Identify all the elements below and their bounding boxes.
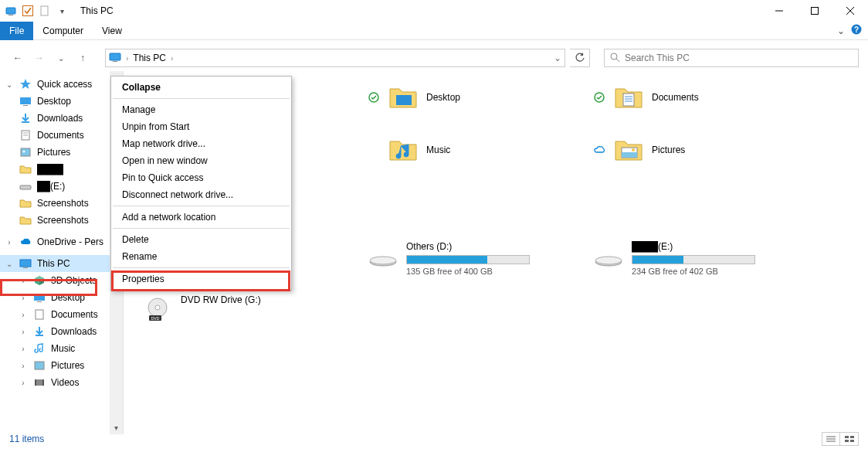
cm-disconnect-drive[interactable]: Disconnect network drive... [111, 186, 291, 203]
svg-rect-36 [623, 94, 634, 106]
address-bar[interactable]: › This PC › ⌄ [105, 49, 565, 67]
star-icon [19, 77, 32, 91]
search-icon [609, 52, 620, 65]
svg-rect-34 [396, 95, 412, 105]
folder-music[interactable]: Music [368, 133, 584, 167]
documents-icon [19, 128, 32, 142]
forward-button[interactable]: → [31, 49, 48, 66]
cm-properties[interactable]: Properties [111, 270, 291, 287]
blank-document-icon[interactable] [37, 3, 53, 19]
tab-view[interactable]: View [93, 22, 131, 40]
tree-3d-objects[interactable]: ›3D Objects [0, 272, 123, 289]
view-large-icons-button[interactable] [840, 432, 859, 446]
search-input[interactable]: Search This PC [604, 49, 859, 67]
tree-desktop[interactable]: Desktop [0, 93, 123, 110]
refresh-button[interactable] [570, 49, 590, 67]
tree-pictures-2[interactable]: ›Pictures [0, 357, 123, 374]
svg-rect-54 [845, 436, 849, 438]
svg-point-46 [595, 257, 622, 264]
drive-e[interactable]: ████(E:) 234 GB free of 402 GB [593, 241, 809, 276]
folder-documents[interactable]: Documents [593, 80, 809, 114]
recent-locations-dropdown[interactable]: ⌄ [53, 49, 70, 66]
tab-file[interactable]: File [0, 22, 33, 40]
svg-text:DVD: DVD [151, 316, 160, 321]
downloads-icon [19, 111, 32, 125]
search-placeholder: Search This PC [625, 53, 690, 63]
navigation-tree[interactable]: ⌄Quick access Desktop Downloads Document… [0, 71, 124, 434]
tree-videos[interactable]: ›Videos [0, 374, 123, 391]
svg-rect-24 [23, 267, 28, 268]
folder-icon [388, 134, 419, 165]
desktop-icon [19, 94, 32, 108]
svg-point-12 [611, 53, 617, 60]
cm-open-new-window[interactable]: Open in new window [111, 152, 291, 169]
cm-rename[interactable]: Rename [111, 248, 291, 265]
tree-this-pc[interactable]: ⌄This PC [0, 255, 123, 272]
up-button[interactable]: ↑ [74, 49, 91, 66]
svg-rect-32 [42, 379, 44, 386]
cm-unpin-start[interactable]: Unpin from Start [111, 118, 291, 135]
videos-icon [32, 376, 46, 389]
tree-redacted-folder[interactable]: ████ [0, 161, 123, 178]
tree-downloads[interactable]: Downloads [0, 110, 123, 127]
tree-screenshots-2[interactable]: Screenshots [0, 212, 123, 229]
folder-icon [19, 213, 32, 227]
address-segment[interactable]: This PC [133, 53, 166, 63]
cm-pin-quick-access[interactable]: Pin to Quick access [111, 169, 291, 186]
svg-rect-55 [850, 436, 854, 438]
drive-icon [19, 179, 32, 193]
tree-drive-e-shortcut[interactable]: ██(E:) [0, 178, 123, 195]
tree-screenshots-1[interactable]: Screenshots [0, 195, 123, 212]
back-button[interactable]: ← [9, 49, 26, 66]
svg-rect-27 [36, 310, 43, 319]
music-icon [32, 342, 46, 355]
checkbox-icon[interactable] [20, 3, 36, 19]
cube-icon [32, 274, 46, 287]
maximize-button[interactable] [797, 0, 832, 22]
svg-rect-56 [845, 440, 849, 442]
cm-add-network-location[interactable]: Add a network location [111, 209, 291, 226]
tree-downloads-2[interactable]: ›Downloads [0, 323, 123, 340]
address-dropdown-icon[interactable]: ⌄ [554, 53, 561, 63]
svg-rect-2 [23, 6, 33, 16]
svg-rect-22 [20, 185, 31, 189]
pictures-icon [19, 145, 32, 159]
tree-quick-access[interactable]: ⌄Quick access [0, 76, 123, 93]
qat-dropdown-icon[interactable]: ▾ [54, 3, 70, 19]
tree-pictures[interactable]: Pictures [0, 144, 123, 161]
tree-onedrive[interactable]: ›OneDrive - Pers [0, 233, 123, 250]
drive-g-dvd[interactable]: DVD DVD RW Drive (G:) [142, 294, 358, 325]
svg-rect-25 [34, 294, 45, 301]
svg-rect-23 [20, 260, 31, 267]
tree-music[interactable]: ›Music [0, 340, 123, 357]
svg-rect-3 [41, 6, 48, 15]
cm-map-drive[interactable]: Map network drive... [111, 135, 291, 152]
tree-documents-2[interactable]: ›Documents [0, 306, 123, 323]
svg-rect-11 [113, 61, 117, 62]
cm-manage[interactable]: Manage [111, 101, 291, 118]
tree-desktop-2[interactable]: ›Desktop [0, 289, 123, 306]
folder-icon [613, 82, 644, 113]
svg-text:?: ? [854, 26, 859, 34]
cm-delete[interactable]: Delete [111, 231, 291, 248]
svg-rect-15 [23, 105, 28, 106]
minimize-button[interactable] [761, 0, 797, 22]
cloud-icon [19, 235, 32, 249]
dvd-icon: DVD [142, 294, 173, 325]
svg-rect-0 [6, 8, 15, 14]
svg-rect-26 [37, 301, 42, 302]
ribbon-collapse-icon[interactable]: ⌄ [837, 26, 845, 36]
tree-documents[interactable]: Documents [0, 127, 123, 144]
svg-rect-29 [35, 362, 44, 369]
drive-icon [593, 241, 624, 272]
folder-desktop[interactable]: Desktop [368, 80, 584, 114]
drive-d[interactable]: Others (D:) 135 GB free of 400 GB [368, 241, 584, 276]
folder-pictures[interactable]: Pictures [593, 133, 809, 167]
help-icon[interactable]: ? [851, 24, 862, 37]
pc-icon [109, 51, 121, 66]
close-button[interactable] [832, 0, 868, 22]
view-details-button[interactable] [822, 432, 840, 446]
cm-collapse[interactable]: Collapse [111, 79, 291, 96]
folder-icon [19, 162, 32, 176]
tab-computer[interactable]: Computer [33, 22, 93, 40]
